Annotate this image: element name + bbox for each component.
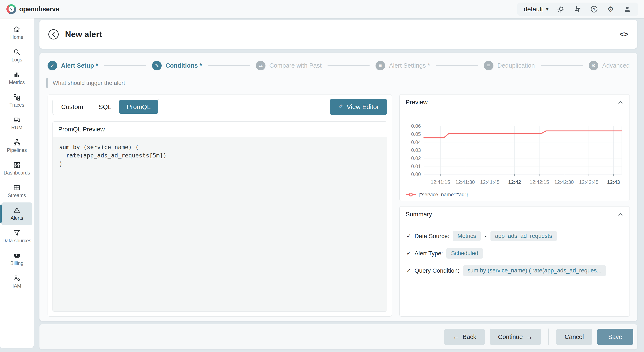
svg-text:0.03: 0.03 — [411, 147, 421, 153]
svg-text:12:42:45: 12:42:45 — [579, 179, 598, 185]
arrow-right-icon: → — [526, 333, 533, 340]
cancel-button[interactable]: Cancel — [556, 329, 592, 345]
sidebar-item-traces[interactable]: Traces — [1, 89, 32, 112]
collapse-preview-button[interactable] — [617, 99, 624, 106]
summary-row-label: Alert Type: — [414, 250, 443, 257]
sidebar-item-label: RUM — [11, 125, 22, 130]
step-label: Alert Setup * — [61, 62, 98, 69]
sidebar-item-metrics[interactable]: Metrics — [1, 67, 32, 89]
help-icon[interactable]: ? — [590, 5, 598, 14]
step-label: Deduplication — [497, 62, 535, 69]
sidebar-item-label: Pipelines — [7, 148, 27, 153]
query-type-tabs: CustomSQLPromQL — [52, 99, 159, 115]
back-button[interactable] — [48, 29, 59, 40]
bar-chart-icon — [13, 71, 20, 78]
continue-button[interactable]: Continue → — [490, 329, 541, 345]
pencil-icon: ✎ — [338, 104, 343, 110]
sidebar-item-home[interactable]: Home — [1, 22, 32, 44]
back-step-button[interactable]: ← Back — [444, 329, 485, 345]
openobserve-logo-icon — [6, 4, 16, 14]
home-icon — [13, 26, 20, 33]
step-advanced[interactable]: ⚙Advanced — [589, 61, 630, 70]
legend-label: {"service_name":"ad"} — [418, 192, 468, 198]
footer-divider — [548, 328, 549, 345]
sidebar-item-dashboards[interactable]: Dashboards — [1, 157, 32, 180]
step-label: Alert Settings * — [389, 62, 430, 69]
tab-sql[interactable]: SQL — [91, 100, 119, 114]
step-deduplication[interactable]: ≣Deduplication — [484, 61, 535, 70]
svg-text:0.06: 0.06 — [411, 123, 421, 129]
profile-icon[interactable] — [623, 5, 632, 14]
tab-promql[interactable]: PromQL — [119, 100, 158, 114]
compare-icon: ⇄ — [256, 61, 266, 70]
org-selector-value: default — [524, 6, 543, 13]
query-panel: CustomSQLPromQL ✎ View Editor PromQL Pre… — [48, 94, 392, 316]
summary-panel-header: Summary — [400, 206, 630, 222]
wizard-stepper: ✓Alert Setup *✎Conditions *⇄Compare with… — [48, 58, 630, 73]
promql-preview-title: PromQL Preview — [53, 122, 387, 137]
sidebar-item-label: Data sources — [2, 238, 31, 243]
sidebar-item-data-sources[interactable]: Data sources — [1, 225, 32, 248]
navbar-right-cluster: default ▾ — [517, 3, 638, 16]
heartbeat-icon — [9, 8, 14, 11]
brand: openobserve — [6, 4, 59, 14]
sidebar-item-label: Billing — [10, 261, 23, 266]
brand-name: openobserve — [19, 5, 59, 13]
step-label: Conditions * — [166, 62, 202, 69]
step-connector — [541, 65, 583, 66]
sidebar-item-alerts[interactable]: Alerts — [1, 202, 32, 225]
sidebar-item-iam[interactable]: IAM — [1, 270, 32, 293]
step-alert-setup[interactable]: ✓Alert Setup * — [48, 61, 98, 70]
step-connector — [436, 65, 478, 66]
sidebar-item-label: Traces — [10, 102, 24, 108]
svg-text:12:41:30: 12:41:30 — [456, 179, 475, 185]
chevron-up-icon — [618, 213, 623, 216]
pipeline-nodes-icon — [13, 139, 20, 146]
step-alert-settings[interactable]: ≡Alert Settings * — [376, 61, 430, 70]
step-connector — [104, 65, 146, 66]
summary-row-data-source: ✓Data Source:Metrics-app_ads_ad_requests — [406, 231, 623, 241]
active-indicator — [0, 205, 2, 223]
step-compare-with-past[interactable]: ⇄Compare with Past — [256, 61, 322, 70]
light-mode-icon[interactable] — [556, 5, 565, 14]
summary-row-label: Data Source: — [414, 233, 449, 240]
settings-gear-icon[interactable]: ⚙ — [606, 5, 615, 14]
table-grid-icon — [13, 184, 20, 191]
sidebar-item-billing[interactable]: Billing — [1, 248, 32, 270]
legend-line-marker-icon — [406, 192, 416, 197]
page-header: New alert <> — [40, 20, 637, 49]
continue-label: Continue — [498, 333, 523, 340]
conditions-content: CustomSQLPromQL ✎ View Editor PromQL Pre… — [48, 94, 630, 316]
svg-text:12:41:15: 12:41:15 — [431, 179, 450, 185]
slack-icon[interactable] — [573, 5, 582, 14]
chart-legend-item[interactable]: {"service_name":"ad"} — [400, 190, 630, 198]
view-editor-button[interactable]: ✎ View Editor — [330, 99, 387, 115]
org-selector[interactable]: default ▾ — [524, 6, 548, 13]
preview-title: Preview — [406, 99, 428, 106]
preview-panel: Preview 0.000.010.020.030.040.050.0612:4… — [400, 94, 630, 201]
sidebar-item-label: Streams — [8, 193, 26, 198]
tab-custom[interactable]: Custom — [54, 100, 91, 114]
preview-panel-header: Preview — [400, 95, 630, 110]
collapse-summary-button[interactable] — [617, 211, 624, 218]
chevron-down-icon: ▾ — [546, 6, 548, 12]
sidebar-item-label: Logs — [12, 57, 22, 62]
sidebar-item-logs[interactable]: Logs — [1, 44, 32, 67]
check-icon: ✓ — [406, 233, 411, 239]
sidebar-item-streams[interactable]: Streams — [1, 180, 32, 202]
billing-icon — [13, 252, 20, 259]
step-connector — [208, 65, 250, 66]
save-button[interactable]: Save — [597, 329, 633, 345]
summary-panel: Summary ✓Data Source:Metrics-app_ads_ad_… — [400, 206, 630, 316]
sidebar-item-rum[interactable]: RUM — [1, 112, 32, 135]
query-panel-toolbar: CustomSQLPromQL ✎ View Editor — [52, 99, 387, 115]
code-toggle-icon[interactable]: <> — [620, 30, 629, 38]
user-gear-icon — [13, 274, 20, 282]
step-conditions[interactable]: ✎Conditions * — [152, 61, 202, 70]
devices-icon — [13, 116, 20, 124]
funnel-icon — [13, 229, 20, 237]
svg-text:0.04: 0.04 — [411, 140, 421, 145]
summary-chip: sum by (service_name) ( rate(app_ads_ad_… — [463, 265, 606, 276]
sidebar-item-pipelines[interactable]: Pipelines — [1, 135, 32, 157]
sidebar-item-label: IAM — [12, 283, 21, 288]
